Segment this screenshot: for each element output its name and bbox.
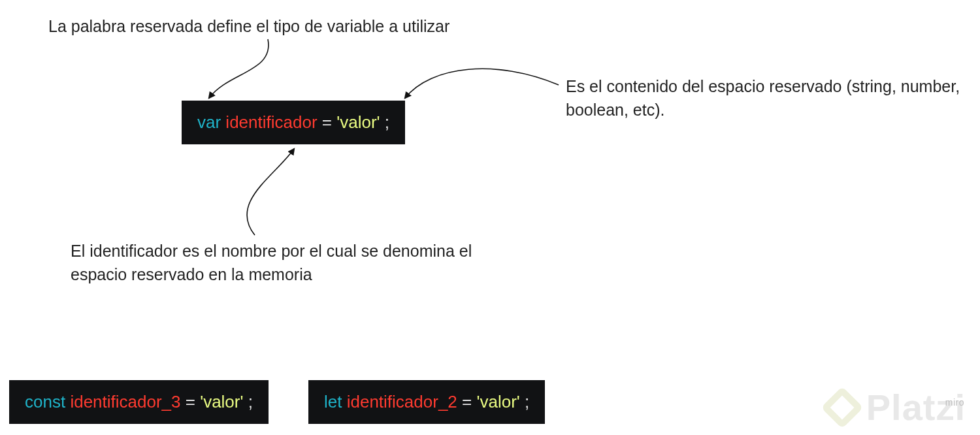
arrow-keyword (0, 0, 980, 435)
platzi-logo-icon (821, 386, 863, 428)
watermark-miro: miro (945, 397, 964, 408)
